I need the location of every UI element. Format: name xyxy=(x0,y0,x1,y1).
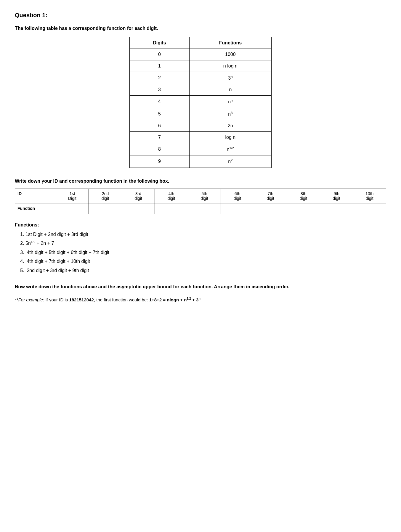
table-row: 3 n xyxy=(130,84,272,96)
digit-cell: 3 xyxy=(130,84,190,96)
id-header-4th: 4thdigit xyxy=(155,189,188,203)
digit-cell: 1 xyxy=(130,60,190,72)
function-cell: n log n xyxy=(189,60,271,72)
function-cell-5 xyxy=(188,203,221,214)
functions-list: 1st Digit + 2nd digit + 3rd digit 5n1/2 … xyxy=(15,230,386,275)
function-cell: 3n xyxy=(189,72,271,84)
list-item: 2nd digit + 3rd digit + 9th digit xyxy=(25,266,386,275)
col-header-digits: Digits xyxy=(130,37,190,49)
function-cell: nn xyxy=(189,96,271,108)
function-cell-10 xyxy=(353,203,386,214)
function-cell: 2n xyxy=(189,120,271,131)
functions-section: Functions: 1st Digit + 2nd digit + 3rd d… xyxy=(15,222,386,275)
list-item: 4th digit + 7th digit + 10th digit xyxy=(25,257,386,266)
function-cell: n2 xyxy=(189,155,271,168)
table-row: 4 nn xyxy=(130,96,272,108)
digit-cell: 0 xyxy=(130,49,190,60)
digit-cell: 8 xyxy=(130,143,190,155)
id-header-6th: 6thdigit xyxy=(221,189,254,203)
digit-table: Digits Functions 0 1000 1 n log n 2 3n 3… xyxy=(129,37,272,168)
table-row: 8 n1/2 xyxy=(130,143,272,155)
id-header-2nd: 2nddigit xyxy=(89,189,122,203)
function-cell: 1000 xyxy=(189,49,271,60)
intro-text: The following table has a corresponding … xyxy=(15,26,386,31)
digit-cell: 7 xyxy=(130,131,190,143)
function-cell-1 xyxy=(56,203,89,214)
id-header-3rd: 3rddigit xyxy=(122,189,155,203)
function-cell-2 xyxy=(89,203,122,214)
function-cell: n1/2 xyxy=(189,143,271,155)
now-write-text: Now write down the functions above and t… xyxy=(15,283,386,290)
id-header-5th: 5thdigit xyxy=(188,189,221,203)
question-title: Question 1: xyxy=(15,12,386,19)
list-item: 4th digit + 5th digit + 6th digit + 7th … xyxy=(25,248,386,257)
digit-cell: 9 xyxy=(130,155,190,168)
id-header-10th: 10thdigit xyxy=(353,189,386,203)
function-cell-8 xyxy=(287,203,320,214)
table-row: 5 n3 xyxy=(130,108,272,120)
function-cell: n xyxy=(189,84,271,96)
example-label: **For example: xyxy=(15,297,44,302)
function-cell-3 xyxy=(122,203,155,214)
function-cell-7 xyxy=(254,203,287,214)
table-row: 9 n2 xyxy=(130,155,272,168)
id-header-id: ID xyxy=(15,189,56,203)
list-item: 1st Digit + 2nd digit + 3rd digit xyxy=(25,230,386,239)
col-header-functions: Functions xyxy=(189,37,271,49)
digit-cell: 6 xyxy=(130,120,190,131)
function-cell-9 xyxy=(320,203,353,214)
table-row: 0 1000 xyxy=(130,49,272,60)
functions-section-title: Functions: xyxy=(15,222,386,228)
id-section-title: Write down your ID and corresponding fun… xyxy=(15,179,386,184)
function-cell-4 xyxy=(155,203,188,214)
id-header-7th: 7thdigit xyxy=(254,189,287,203)
table-row: 6 2n xyxy=(130,120,272,131)
digit-cell: 5 xyxy=(130,108,190,120)
id-table: ID 1stDigit 2nddigit 3rddigit 4thdigit 5… xyxy=(15,189,386,214)
id-header-9th: 9thdigit xyxy=(320,189,353,203)
table-row: 1 n log n xyxy=(130,60,272,72)
digit-cell: 2 xyxy=(130,72,190,84)
table-row: 7 log n xyxy=(130,131,272,143)
list-item: 5n1/2 + 2n + 7 xyxy=(25,239,386,248)
digit-table-wrapper: Digits Functions 0 1000 1 n log n 2 3n 3… xyxy=(15,37,386,168)
function-row-label: Function xyxy=(15,203,56,214)
id-header-1st: 1stDigit xyxy=(56,189,89,203)
digit-cell: 4 xyxy=(130,96,190,108)
id-header-8th: 8thdigit xyxy=(287,189,320,203)
table-row: 2 3n xyxy=(130,72,272,84)
function-cell-6 xyxy=(221,203,254,214)
function-cell: log n xyxy=(189,131,271,143)
function-cell: n3 xyxy=(189,108,271,120)
example-text: **For example: If your ID is 1821512042,… xyxy=(15,296,386,303)
